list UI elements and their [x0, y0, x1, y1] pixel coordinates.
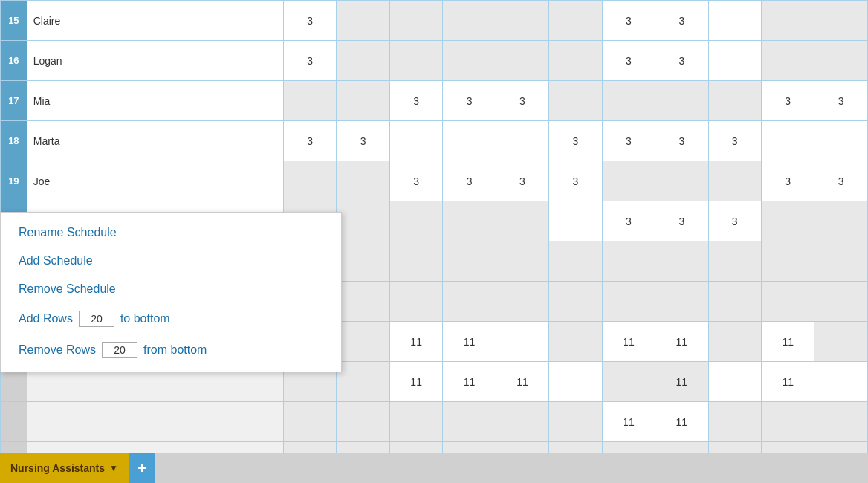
data-cell[interactable] [761, 402, 814, 442]
add-tab-button[interactable]: + [129, 453, 155, 483]
data-cell[interactable]: 11 [389, 322, 442, 362]
data-cell[interactable] [337, 242, 389, 282]
data-cell[interactable] [443, 1, 496, 41]
data-cell[interactable]: 3 [655, 121, 708, 161]
data-cell[interactable] [443, 402, 496, 442]
data-cell[interactable]: 11 [655, 362, 708, 402]
data-cell[interactable]: 3 [814, 161, 868, 201]
data-cell[interactable] [443, 282, 496, 322]
data-cell[interactable]: 11 [602, 402, 655, 442]
data-cell[interactable] [496, 121, 548, 161]
data-cell[interactable] [761, 1, 814, 41]
data-cell[interactable] [337, 1, 389, 41]
name-cell[interactable]: Joe [27, 161, 283, 201]
name-cell[interactable]: Marta [27, 121, 283, 161]
data-cell[interactable]: 3 [655, 41, 708, 81]
tab-dropdown-icon[interactable]: ▼ [109, 463, 118, 473]
data-cell[interactable] [814, 41, 868, 81]
data-cell[interactable] [549, 81, 602, 121]
data-cell[interactable] [496, 402, 548, 442]
data-cell[interactable] [337, 402, 389, 442]
data-cell[interactable] [337, 81, 389, 121]
remove-schedule-item[interactable]: Remove Schedule [1, 275, 341, 303]
data-cell[interactable] [814, 402, 868, 442]
data-cell[interactable] [814, 442, 868, 454]
data-cell[interactable] [602, 442, 655, 454]
data-cell[interactable] [655, 282, 708, 322]
name-cell[interactable]: Claire [27, 1, 283, 41]
data-cell[interactable] [655, 161, 708, 201]
data-cell[interactable] [814, 362, 868, 402]
data-cell[interactable]: 3 [708, 201, 761, 242]
data-cell[interactable] [549, 242, 602, 282]
data-cell[interactable] [549, 402, 602, 442]
data-cell[interactable]: 11 [496, 362, 548, 402]
data-cell[interactable]: 11 [761, 362, 814, 402]
data-cell[interactable] [337, 201, 389, 242]
data-cell[interactable] [814, 1, 868, 41]
add-rows-input[interactable] [79, 311, 114, 327]
data-cell[interactable] [443, 242, 496, 282]
data-cell[interactable] [602, 81, 655, 121]
data-cell[interactable] [708, 402, 761, 442]
data-cell[interactable]: 11 [443, 322, 496, 362]
name-cell[interactable]: Logan [27, 41, 283, 81]
data-cell[interactable] [549, 442, 602, 454]
data-cell[interactable] [708, 322, 761, 362]
data-cell[interactable] [443, 121, 496, 161]
data-cell[interactable] [389, 121, 442, 161]
data-cell[interactable]: 3 [814, 81, 868, 121]
data-cell[interactable] [496, 201, 548, 242]
data-cell[interactable] [549, 282, 602, 322]
data-cell[interactable] [708, 282, 761, 322]
data-cell[interactable]: 3 [549, 161, 602, 201]
data-cell[interactable] [337, 362, 389, 402]
data-cell[interactable] [602, 242, 655, 282]
data-cell[interactable] [549, 1, 602, 41]
data-cell[interactable] [761, 201, 814, 242]
data-cell[interactable] [337, 41, 389, 81]
data-cell[interactable]: 3 [549, 121, 602, 161]
data-cell[interactable] [389, 442, 442, 454]
data-cell[interactable]: 3 [496, 81, 548, 121]
data-cell[interactable] [443, 41, 496, 81]
data-cell[interactable]: 3 [602, 1, 655, 41]
data-cell[interactable]: 3 [389, 81, 442, 121]
data-cell[interactable] [602, 282, 655, 322]
data-cell[interactable] [337, 442, 389, 454]
data-cell[interactable] [655, 442, 708, 454]
data-cell[interactable] [389, 41, 442, 81]
data-cell[interactable] [814, 322, 868, 362]
data-cell[interactable]: 3 [655, 1, 708, 41]
name-cell[interactable]: Mia [27, 81, 283, 121]
data-cell[interactable]: 3 [443, 81, 496, 121]
data-cell[interactable]: 3 [496, 161, 548, 201]
data-cell[interactable]: 3 [602, 41, 655, 81]
data-cell[interactable] [814, 242, 868, 282]
name-cell[interactable] [27, 442, 283, 454]
data-cell[interactable]: 3 [602, 201, 655, 242]
data-cell[interactable] [708, 442, 761, 454]
data-cell[interactable] [549, 362, 602, 402]
data-cell[interactable] [284, 442, 337, 454]
data-cell[interactable]: 3 [389, 161, 442, 201]
data-cell[interactable]: 11 [655, 322, 708, 362]
data-cell[interactable] [496, 1, 548, 41]
nursing-assistants-tab[interactable]: Nursing Assistants ▼ [0, 453, 129, 483]
data-cell[interactable] [708, 1, 761, 41]
data-cell[interactable]: 3 [708, 121, 761, 161]
data-cell[interactable] [708, 41, 761, 81]
name-cell[interactable] [27, 402, 283, 442]
data-cell[interactable] [496, 322, 548, 362]
data-cell[interactable] [496, 282, 548, 322]
data-cell[interactable]: 3 [284, 121, 337, 161]
data-cell[interactable] [761, 282, 814, 322]
data-cell[interactable] [389, 402, 442, 442]
data-cell[interactable] [389, 201, 442, 242]
data-cell[interactable] [389, 1, 442, 41]
data-cell[interactable] [708, 362, 761, 402]
data-cell[interactable]: 3 [761, 161, 814, 201]
data-cell[interactable] [708, 81, 761, 121]
data-cell[interactable] [389, 282, 442, 322]
data-cell[interactable] [496, 442, 548, 454]
